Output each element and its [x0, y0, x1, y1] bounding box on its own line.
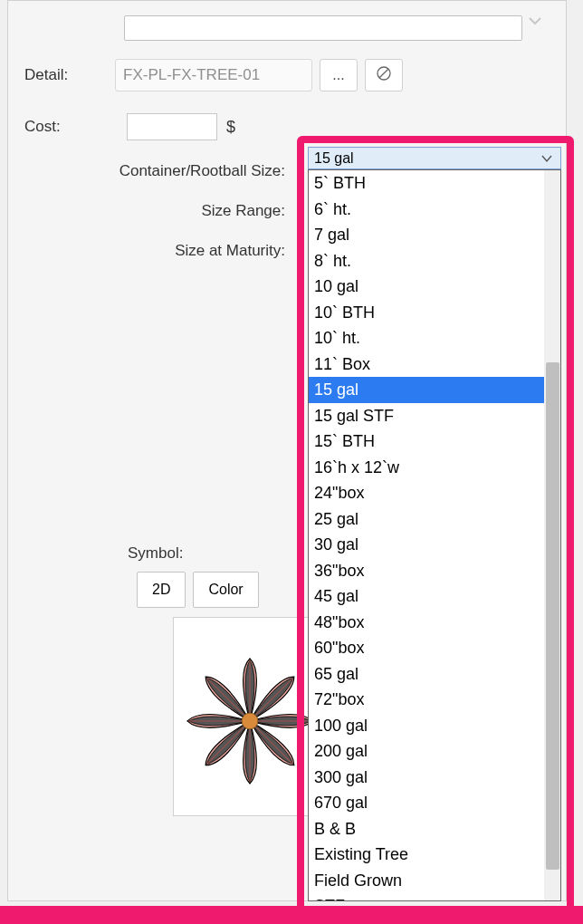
cost-row: Cost: $ — [24, 113, 550, 140]
cost-label: Cost: — [24, 118, 115, 136]
plant-symbol-icon — [183, 644, 317, 789]
bottom-bar — [0, 906, 583, 924]
dropdown-option[interactable]: 10 gal — [309, 274, 544, 300]
scrollbar-thumb[interactable] — [546, 362, 559, 870]
svg-line-1 — [379, 69, 388, 78]
dropdown-option[interactable]: 7 gal — [309, 222, 544, 248]
size-maturity-label: Size at Maturity: — [24, 242, 292, 260]
container-size-combobox[interactable]: 15 gal — [308, 147, 561, 169]
dropdown-option[interactable]: 16`h x 12`w — [309, 455, 544, 481]
symbol-buttons: 2D Color — [137, 572, 327, 608]
svg-point-3 — [242, 713, 258, 729]
container-size-dropdown[interactable]: 5` BTH6` ht.7 gal8` ht.10 gal10` BTH10` … — [308, 169, 561, 901]
dropdown-scrollbar[interactable] — [544, 170, 560, 900]
ellipsis-icon: ... — [332, 67, 344, 83]
dropdown-option[interactable]: 65 gal — [309, 661, 544, 688]
detail-browse-button[interactable]: ... — [320, 59, 358, 91]
symbol-label: Symbol: — [128, 544, 327, 563]
dropdown-option[interactable]: 11` Box — [309, 351, 544, 378]
top-row — [24, 15, 550, 41]
detail-clear-button[interactable] — [365, 59, 403, 91]
cost-input[interactable] — [127, 113, 217, 140]
dropdown-option[interactable]: 15` BTH — [309, 428, 544, 455]
dropdown-option[interactable]: Field Grown — [309, 868, 544, 894]
dropdown-option[interactable]: 15 gal STF — [309, 403, 544, 429]
dropdown-option[interactable]: 200 gal — [309, 738, 544, 765]
2d-button[interactable]: 2D — [137, 572, 186, 608]
dropdown-option[interactable]: 48"box — [309, 610, 544, 636]
dropdown-option[interactable]: 24"box — [309, 480, 544, 506]
dropdown-option[interactable]: 100 gal — [309, 713, 544, 739]
dropdown-items-container: 5` BTH6` ht.7 gal8` ht.10 gal10` BTH10` … — [309, 170, 544, 900]
no-symbol-icon — [376, 65, 392, 85]
dropdown-option[interactable]: 8` ht. — [309, 248, 544, 274]
symbol-section: Symbol: 2D Color — [128, 544, 327, 816]
dropdown-option[interactable]: 60"box — [309, 635, 544, 661]
dropdown-option[interactable]: 10` ht. — [309, 325, 544, 351]
chevron-down-icon — [540, 152, 553, 165]
dropdown-option[interactable]: STF — [309, 893, 544, 900]
color-button[interactable]: Color — [193, 572, 258, 608]
dropdown-option[interactable]: 36"box — [309, 558, 544, 584]
dropdown-option[interactable]: 72"box — [309, 687, 544, 713]
dropdown-option[interactable]: 670 gal — [309, 790, 544, 816]
dropdown-option[interactable]: 5` BTH — [309, 170, 544, 197]
expand-chevron-icon[interactable] — [526, 12, 544, 30]
container-size-value: 15 gal — [314, 150, 354, 167]
dropdown-option[interactable]: 300 gal — [309, 765, 544, 791]
detail-input[interactable] — [115, 59, 312, 91]
dropdown-option[interactable]: 15 gal — [309, 377, 544, 403]
dropdown-option[interactable]: 30 gal — [309, 532, 544, 558]
dropdown-option[interactable]: 25 gal — [309, 506, 544, 533]
dropdown-option[interactable]: 45 gal — [309, 583, 544, 610]
detail-label: Detail: — [24, 66, 115, 84]
dropdown-option[interactable]: 10` BTH — [309, 300, 544, 326]
container-size-label: Container/Rootball Size: — [24, 162, 292, 180]
top-text-input[interactable] — [124, 15, 522, 41]
dropdown-option[interactable]: B & B — [309, 816, 544, 842]
detail-row: Detail: ... — [24, 59, 550, 91]
dropdown-option[interactable]: 6` ht. — [309, 197, 544, 223]
size-range-label: Size Range: — [24, 202, 292, 220]
currency-label: $ — [226, 118, 235, 137]
dropdown-option[interactable]: Existing Tree — [309, 842, 544, 868]
symbol-preview — [173, 617, 327, 816]
